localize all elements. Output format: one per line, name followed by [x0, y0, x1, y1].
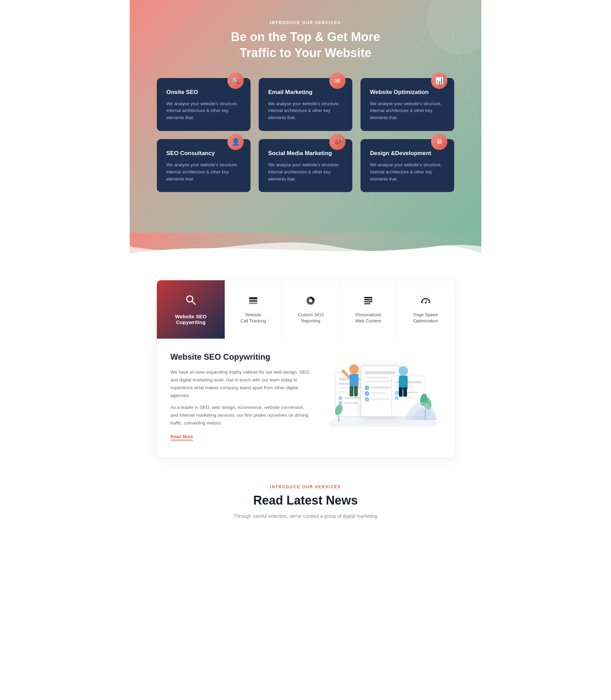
onsite-seo-title: Onsite SEO — [166, 89, 241, 96]
services-section: INTRODUCE OUR SERVICES Be on the Top & G… — [130, 0, 481, 233]
website-optimization-title: Website Optimization — [370, 89, 445, 96]
onsite-seo-desc: We analyse your website's structure, int… — [166, 101, 241, 121]
seo-consultancy-desc: We analyse your website's structure, int… — [166, 162, 241, 183]
layers-icon — [248, 295, 259, 308]
service-card-website-optimization[interactable]: 📊 Website Optimization We analyse your w… — [360, 78, 454, 131]
social-media-marketing-title: Social Media Marketing — [268, 150, 343, 157]
search-icon — [185, 294, 197, 309]
seo-consultancy-icon: 👤 — [227, 134, 244, 150]
list-icon — [363, 295, 374, 308]
svg-rect-26 — [344, 397, 361, 399]
tabs-section: Website SEOCopywriting WebsiteCall Track… — [130, 260, 481, 457]
svg-line-4 — [192, 301, 195, 304]
service-card-design-development[interactable]: 🖥 Design &Development We analyse your we… — [360, 139, 454, 192]
website-optimization-desc: We analyse your website's structure, int… — [370, 101, 445, 121]
tab-website-seo-copywriting-label: Website SEOCopywriting — [175, 314, 206, 325]
svg-point-8 — [309, 299, 312, 302]
svg-rect-10 — [364, 299, 372, 300]
tab-content-desc1: We have an ever-expanding trophy cabinet… — [170, 368, 312, 400]
news-intro-label: INTRODUCE OUR SERVICES — [157, 485, 454, 489]
services-grid: 🔍 Onsite SEO We analyse your website's s… — [157, 78, 454, 193]
svg-rect-11 — [364, 301, 372, 302]
tab-content-title: Website SEO Copywriting — [170, 352, 312, 362]
service-card-onsite-seo[interactable]: 🔍 Onsite SEO We analyse your website's s… — [157, 78, 251, 131]
service-card-email-marketing[interactable]: ✉ Email Marketing We analyse your websit… — [259, 78, 352, 131]
svg-rect-41 — [371, 398, 390, 400]
design-development-icon: 🖥 — [431, 134, 447, 150]
tab-content-desc2: As a leader in SEO, web design, ecommerc… — [170, 404, 312, 427]
svg-rect-36 — [371, 386, 390, 389]
svg-rect-9 — [364, 297, 372, 298]
tab-content-illustration: ✓ ✓ ✓ ✓ — [325, 352, 441, 427]
tab-website-call-tracking[interactable]: WebsiteCall Tracking — [225, 280, 282, 339]
email-marketing-icon: ✉ — [329, 73, 345, 89]
services-intro-label: INTRODUCE OUR SERVICES — [157, 20, 454, 25]
svg-text:✓: ✓ — [366, 392, 369, 396]
tabs-header: Website SEOCopywriting WebsiteCall Track… — [157, 280, 454, 339]
svg-rect-54 — [354, 386, 358, 396]
read-more-link[interactable]: Read More — [170, 434, 193, 440]
svg-point-14 — [424, 302, 426, 303]
svg-rect-29 — [344, 402, 358, 404]
svg-line-2 — [452, 34, 481, 136]
news-title: Read Latest News — [157, 493, 454, 507]
svg-rect-53 — [349, 386, 353, 396]
tab-custom-seo-reporting[interactable]: Custom SEOReporting — [282, 280, 340, 339]
svg-point-56 — [342, 369, 345, 373]
tab-website-call-tracking-label: WebsiteCall Tracking — [241, 312, 266, 324]
design-development-desc: We analyse your website's structure, int… — [370, 162, 445, 183]
svg-rect-47 — [401, 392, 418, 393]
svg-rect-33 — [365, 381, 392, 382]
svg-rect-5 — [249, 297, 257, 299]
email-marketing-desc: We analyse your website's structure, int… — [268, 101, 343, 121]
svg-rect-12 — [364, 303, 370, 304]
pie-chart-icon — [305, 295, 316, 308]
seo-consultancy-title: SEO Consultancy — [166, 150, 241, 157]
social-media-marketing-icon: 📣 — [329, 134, 345, 150]
services-title: Be on the Top & Get More Traffic to Your… — [157, 29, 454, 61]
tab-website-seo-copywriting[interactable]: Website SEOCopywriting — [157, 280, 225, 339]
svg-rect-50 — [401, 397, 414, 398]
svg-rect-57 — [349, 374, 358, 386]
social-media-marketing-desc: We analyse your website's structure, int… — [268, 162, 343, 183]
svg-rect-7 — [249, 303, 257, 304]
tab-page-speed-optimization-label: Page SpeedOptimization — [414, 312, 438, 324]
svg-rect-60 — [399, 387, 403, 397]
tab-content-area: Website SEO Copywriting We have an ever-… — [157, 339, 454, 457]
tab-custom-seo-reporting-label: Custom SEOReporting — [298, 312, 324, 324]
svg-rect-39 — [371, 392, 387, 394]
svg-rect-32 — [365, 377, 389, 379]
news-subtitle: Through careful selection, we've curated… — [221, 512, 390, 520]
website-optimization-icon: 📊 — [431, 73, 447, 89]
tab-page-speed-optimization[interactable]: Page SpeedOptimization — [397, 280, 454, 339]
svg-rect-6 — [249, 300, 257, 302]
email-marketing-title: Email Marketing — [268, 89, 343, 96]
tab-personalized-web-content-label: PersonalizedWeb Content — [355, 312, 381, 324]
svg-text:✓: ✓ — [396, 392, 398, 395]
tabs-container: Website SEOCopywriting WebsiteCall Track… — [157, 280, 454, 457]
svg-point-58 — [399, 366, 408, 376]
tab-personalized-web-content[interactable]: PersonalizedWeb Content — [340, 280, 397, 339]
speedometer-icon — [420, 295, 431, 308]
tab-content-text: Website SEO Copywriting We have an ever-… — [170, 352, 312, 440]
service-card-seo-consultancy[interactable]: 👤 SEO Consultancy We analyse your websit… — [157, 139, 251, 192]
svg-point-51 — [349, 364, 359, 374]
svg-rect-31 — [365, 371, 396, 374]
news-section: INTRODUCE OUR SERVICES Read Latest News … — [130, 457, 481, 540]
svg-text:✓: ✓ — [366, 386, 369, 390]
svg-point-40 — [364, 397, 369, 402]
onsite-seo-icon: 🔍 — [227, 73, 244, 89]
service-card-social-media-marketing[interactable]: 📣 Social Media Marketing We analyse your… — [259, 139, 352, 192]
svg-rect-61 — [403, 387, 407, 397]
svg-text:✓: ✓ — [340, 397, 342, 400]
svg-text:✓: ✓ — [396, 397, 398, 400]
design-development-title: Design &Development — [370, 150, 445, 157]
